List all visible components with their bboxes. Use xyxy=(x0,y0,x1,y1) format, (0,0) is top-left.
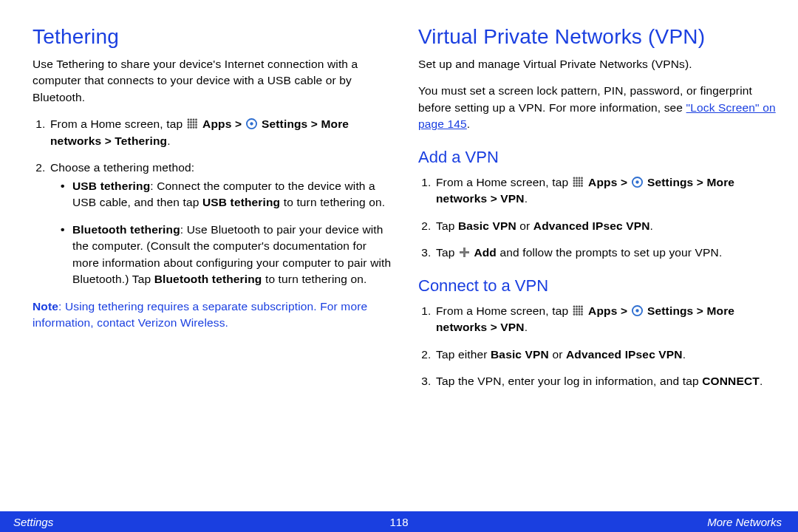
svg-point-41 xyxy=(576,308,578,310)
add-vpn-step-2: Tap Basic VPN or Advanced IPsec VPN. xyxy=(434,218,777,234)
svg-point-10 xyxy=(192,124,194,126)
svg-point-3 xyxy=(195,119,197,121)
svg-point-49 xyxy=(576,313,578,316)
heading-tethering: Tethering xyxy=(33,25,392,49)
svg-point-28 xyxy=(578,182,580,184)
connect-vpn-step-1: From a Home screen, tap Apps > Settings … xyxy=(434,303,777,336)
heading-connect-vpn: Connect to a VPN xyxy=(418,276,777,296)
svg-point-13 xyxy=(190,127,192,129)
apps-grid-icon xyxy=(187,118,198,129)
svg-point-39 xyxy=(581,305,583,307)
svg-point-27 xyxy=(576,182,578,184)
svg-point-12 xyxy=(187,127,189,129)
tethering-methods: USB tethering: Connect the computer to t… xyxy=(50,178,392,288)
gear-icon xyxy=(246,118,257,129)
method-bluetooth: Bluetooth tethering: Use Bluetooth to pa… xyxy=(61,222,392,288)
add-vpn-step-1: From a Home screen, tap Apps > Settings … xyxy=(434,174,777,208)
connect-vpn-step-3: Tap the VPN, enter your log in informati… xyxy=(434,373,777,389)
plus-icon xyxy=(460,248,469,257)
svg-point-51 xyxy=(581,313,583,316)
svg-point-23 xyxy=(576,180,578,182)
svg-point-38 xyxy=(578,305,580,307)
svg-point-25 xyxy=(581,180,583,182)
svg-point-31 xyxy=(576,185,578,187)
apps-grid-icon xyxy=(573,305,584,316)
svg-point-15 xyxy=(195,127,197,129)
svg-point-11 xyxy=(195,124,197,126)
heading-vpn: Virtual Private Networks (VPN) xyxy=(418,25,777,49)
manual-page: Tethering Use Tethering to share your de… xyxy=(0,0,798,532)
svg-point-19 xyxy=(576,177,578,179)
footer-section-left: Settings xyxy=(13,516,53,528)
svg-point-0 xyxy=(187,119,189,121)
svg-point-5 xyxy=(190,122,192,124)
svg-point-7 xyxy=(195,122,197,124)
svg-point-45 xyxy=(576,310,578,313)
gear-icon xyxy=(632,305,643,316)
svg-point-6 xyxy=(192,122,194,124)
tethering-step-1: From a Home screen, tap Apps > Settings … xyxy=(49,116,392,149)
column-vpn: Virtual Private Networks (VPN) Set up an… xyxy=(418,25,782,400)
svg-point-26 xyxy=(573,182,575,184)
svg-point-40 xyxy=(573,308,575,310)
svg-point-44 xyxy=(573,310,575,313)
add-vpn-step-3: Tap Add and follow the prompts to set up… xyxy=(434,245,777,261)
svg-point-42 xyxy=(578,308,580,310)
svg-point-29 xyxy=(581,182,583,184)
svg-point-32 xyxy=(578,185,580,187)
svg-point-36 xyxy=(573,305,575,307)
connect-vpn-steps: From a Home screen, tap Apps > Settings … xyxy=(418,303,777,390)
tethering-intro: Use Tethering to share your device's Int… xyxy=(33,56,392,106)
vpn-intro-2: You must set a screen lock pattern, PIN,… xyxy=(418,83,777,132)
add-vpn-steps: From a Home screen, tap Apps > Settings … xyxy=(418,174,777,262)
svg-point-30 xyxy=(573,185,575,187)
svg-point-50 xyxy=(578,313,580,316)
svg-point-21 xyxy=(581,177,583,179)
svg-point-20 xyxy=(578,177,580,179)
gear-icon xyxy=(632,177,643,188)
apps-grid-icon xyxy=(573,177,584,188)
svg-point-47 xyxy=(581,310,583,313)
svg-point-48 xyxy=(573,313,575,316)
svg-point-18 xyxy=(573,177,575,179)
svg-point-53 xyxy=(635,309,638,312)
svg-point-17 xyxy=(250,123,253,126)
svg-point-33 xyxy=(581,185,583,187)
svg-point-2 xyxy=(192,119,194,121)
svg-point-43 xyxy=(581,308,583,310)
svg-point-22 xyxy=(573,180,575,182)
svg-point-14 xyxy=(192,127,194,129)
tethering-step-2: Choose a tethering method: USB tethering… xyxy=(49,160,392,287)
tethering-note: Note: Using tethering requires a separat… xyxy=(33,299,392,332)
method-usb: USB tethering: Connect the computer to t… xyxy=(61,178,392,211)
svg-point-46 xyxy=(578,310,580,313)
page-footer: Settings 118 More Networks xyxy=(0,511,798,532)
footer-section-right: More Networks xyxy=(707,516,782,528)
svg-point-37 xyxy=(576,305,578,307)
page-number: 118 xyxy=(389,516,408,528)
svg-point-1 xyxy=(190,119,192,121)
svg-point-8 xyxy=(187,124,189,126)
column-tethering: Tethering Use Tethering to share your de… xyxy=(33,25,392,400)
tethering-steps: From a Home screen, tap Apps > Settings … xyxy=(33,116,392,287)
heading-add-vpn: Add a VPN xyxy=(418,148,777,167)
connect-vpn-step-2: Tap either Basic VPN or Advanced IPsec V… xyxy=(434,347,777,363)
vpn-intro-1: Set up and manage Virtual Private Networ… xyxy=(418,56,777,72)
svg-point-9 xyxy=(190,124,192,126)
svg-point-4 xyxy=(187,122,189,124)
svg-point-24 xyxy=(578,180,580,182)
svg-point-35 xyxy=(635,180,638,183)
